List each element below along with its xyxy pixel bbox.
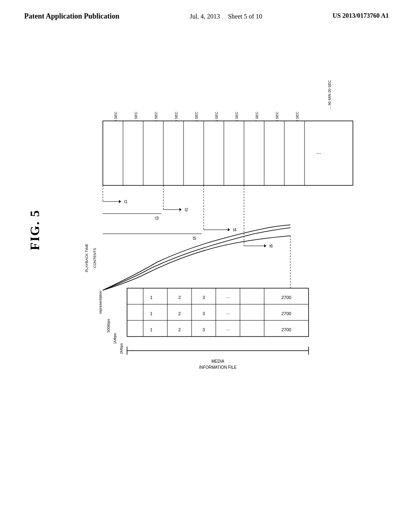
svg-text:3 SEC: 3 SEC <box>174 111 178 122</box>
svg-text:···: ··· <box>226 311 229 316</box>
svg-text:1: 1 <box>150 327 152 332</box>
playback-time-label: PLAYBACK TIME <box>85 244 89 272</box>
svg-text:3: 3 <box>202 295 205 300</box>
contents-label: CONTENTS <box>93 248 97 268</box>
svg-text:representation: representation <box>98 291 102 314</box>
svg-text:500kbps: 500kbps <box>106 318 111 332</box>
svg-text:2: 2 <box>178 311 181 316</box>
svg-text:MEDIA: MEDIA <box>211 359 224 364</box>
svg-marker-41 <box>264 244 266 247</box>
svg-text:1 SEC: 1 SEC <box>134 111 138 122</box>
header-center: Jul. 4, 2013 Sheet 5 of 10 <box>190 11 262 22</box>
svg-text:t2: t2 <box>185 208 188 212</box>
svg-text:3: 3 <box>202 311 205 316</box>
svg-text:8 SEC: 8 SEC <box>275 111 279 122</box>
svg-text:2: 2 <box>178 295 181 300</box>
svg-marker-29 <box>179 208 181 211</box>
svg-text:3: 3 <box>202 327 205 332</box>
svg-rect-11 <box>103 121 353 185</box>
svg-text:5 SEC: 5 SEC <box>215 111 219 122</box>
svg-text:···: ··· <box>226 295 229 300</box>
publication-date: Jul. 4, 2013 <box>190 13 220 20</box>
svg-marker-25 <box>119 200 121 203</box>
svg-text:INFORMATION FILE: INFORMATION FILE <box>199 365 236 370</box>
svg-text:2700: 2700 <box>282 327 291 332</box>
patent-number: US 2013/0173760 A1 <box>332 11 389 20</box>
svg-marker-35 <box>228 228 230 231</box>
svg-text:t1: t1 <box>124 200 128 204</box>
svg-text:2 SEC: 2 SEC <box>154 111 158 122</box>
svg-text:t6: t6 <box>269 244 273 248</box>
svg-text:1: 1 <box>150 311 152 316</box>
svg-text:t5: t5 <box>193 236 196 241</box>
svg-text:... 90 MIN 00 SEC: ... 90 MIN 00 SEC <box>327 80 332 109</box>
svg-text:2Mbps: 2Mbps <box>119 343 123 354</box>
figure-label: FIG. 5 <box>27 210 42 250</box>
svg-text:2: 2 <box>178 327 181 332</box>
sheet-info: Sheet 5 of 10 <box>228 13 262 20</box>
svg-text:6 SEC: 6 SEC <box>235 111 239 122</box>
publication-title: Patent Application Publication <box>24 11 119 21</box>
svg-text:···: ··· <box>226 327 229 332</box>
svg-text:t3: t3 <box>155 216 159 220</box>
svg-text:···: ··· <box>316 150 321 156</box>
svg-text:1: 1 <box>150 295 152 300</box>
svg-text:t4: t4 <box>233 228 237 232</box>
svg-text:7 SEC: 7 SEC <box>255 111 259 122</box>
svg-text:0 SEC: 0 SEC <box>114 111 118 122</box>
svg-text:1Mbps: 1Mbps <box>113 333 117 344</box>
svg-text:4 SEC: 4 SEC <box>194 111 198 122</box>
diagram-container: PLAYBACK TIME CONTENTS 0 SEC 1 SEC 2 SEC… <box>81 64 387 427</box>
svg-text:9 SEC: 9 SEC <box>295 111 299 122</box>
svg-text:2700: 2700 <box>282 295 291 300</box>
diagram-svg: PLAYBACK TIME CONTENTS 0 SEC 1 SEC 2 SEC… <box>81 64 387 427</box>
svg-text:2700: 2700 <box>282 311 291 316</box>
page-header: Patent Application Publication Jul. 4, 2… <box>0 0 413 22</box>
